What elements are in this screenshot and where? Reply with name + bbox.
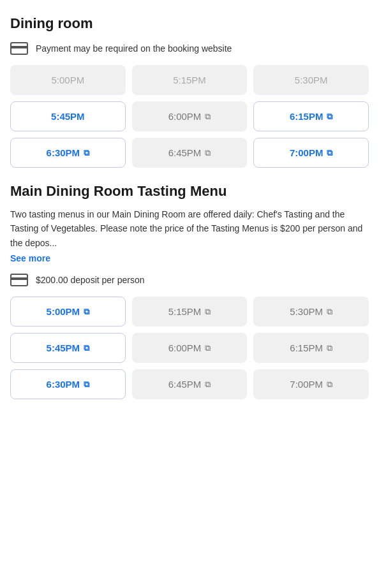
time-slot-label: 5:45PM — [51, 111, 85, 122]
time-slot-button[interactable]: 7:00PM⧉ — [253, 369, 369, 399]
time-slot-button[interactable]: 7:00PM⧉ — [253, 138, 369, 168]
card-icon — [10, 42, 28, 55]
time-slot-button[interactable]: 5:00PM⧉ — [10, 297, 126, 327]
time-slot-label: 7:00PM — [290, 379, 323, 390]
time-slot-button: 5:30PM — [253, 65, 369, 95]
time-slot-label: 6:15PM — [290, 342, 323, 353]
external-link-icon: ⧉ — [205, 379, 211, 390]
tasting-menu-title: Main Dining Room Tasting Menu — [10, 183, 369, 200]
external-link-icon: ⧉ — [84, 379, 89, 390]
time-slot-label: 6:00PM — [168, 111, 202, 122]
external-link-icon: ⧉ — [327, 307, 332, 317]
time-slot-button[interactable]: 6:00PM⧉ — [132, 333, 248, 363]
time-slot-label: 5:00PM — [51, 75, 84, 85]
time-slot-button[interactable]: 5:45PM⧉ — [10, 333, 126, 363]
external-link-icon: ⧉ — [84, 148, 89, 158]
time-slot-label: 6:30PM — [47, 147, 80, 158]
deposit-card-icon — [10, 274, 28, 286]
tasting-menu-description: Two tasting menus in our Main Dining Roo… — [10, 207, 369, 250]
dining-room-time-grid: 5:00PM5:15PM5:30PM5:45PM6:00PM⧉6:15PM⧉6:… — [10, 65, 369, 168]
time-slot-label: 5:30PM — [295, 75, 328, 85]
time-slot-button[interactable]: 6:45PM⧉ — [132, 138, 248, 168]
time-slot-label: 5:30PM — [290, 306, 323, 317]
deposit-notice-text: $200.00 deposit per person — [36, 275, 144, 285]
external-link-icon: ⧉ — [205, 343, 211, 353]
external-link-icon: ⧉ — [205, 307, 211, 317]
time-slot-label: 6:30PM — [47, 379, 80, 390]
time-slot-label: 6:45PM — [168, 379, 202, 390]
time-slot-button[interactable]: 6:00PM⧉ — [132, 101, 248, 131]
time-slot-button: 5:15PM — [132, 65, 248, 95]
time-slot-label: 7:00PM — [290, 147, 323, 158]
time-slot-label: 5:45PM — [47, 342, 80, 353]
time-slot-label: 6:00PM — [168, 342, 202, 353]
time-slot-button[interactable]: 5:15PM⧉ — [132, 297, 248, 327]
time-slot-button[interactable]: 5:45PM — [10, 101, 126, 131]
time-slot-button[interactable]: 5:30PM⧉ — [253, 297, 369, 327]
see-more-link[interactable]: See more — [10, 253, 50, 263]
time-slot-button[interactable]: 6:30PM⧉ — [10, 369, 126, 399]
external-link-icon: ⧉ — [205, 112, 211, 122]
payment-notice: Payment may be required on the booking w… — [10, 42, 369, 55]
deposit-notice: $200.00 deposit per person — [10, 274, 369, 286]
time-slot-button: 5:00PM — [10, 65, 126, 95]
time-slot-label: 6:45PM — [168, 147, 202, 158]
external-link-icon: ⧉ — [327, 112, 332, 122]
payment-notice-text: Payment may be required on the booking w… — [36, 43, 232, 54]
external-link-icon: ⧉ — [327, 379, 332, 390]
external-link-icon: ⧉ — [84, 307, 89, 317]
time-slot-label: 6:15PM — [290, 111, 323, 122]
time-slot-label: 5:15PM — [168, 306, 202, 317]
time-slot-label: 5:15PM — [173, 75, 206, 85]
external-link-icon: ⧉ — [205, 148, 211, 158]
time-slot-button[interactable]: 6:15PM⧉ — [253, 101, 369, 131]
tasting-menu-time-grid: 5:00PM⧉5:15PM⧉5:30PM⧉5:45PM⧉6:00PM⧉6:15P… — [10, 297, 369, 399]
dining-room-title: Dining room — [10, 15, 369, 32]
external-link-icon: ⧉ — [327, 148, 332, 158]
time-slot-button[interactable]: 6:45PM⧉ — [132, 369, 248, 399]
external-link-icon: ⧉ — [327, 343, 332, 353]
time-slot-button[interactable]: 6:30PM⧉ — [10, 138, 126, 168]
time-slot-button[interactable]: 6:15PM⧉ — [253, 333, 369, 363]
time-slot-label: 5:00PM — [47, 306, 80, 317]
external-link-icon: ⧉ — [84, 343, 89, 353]
